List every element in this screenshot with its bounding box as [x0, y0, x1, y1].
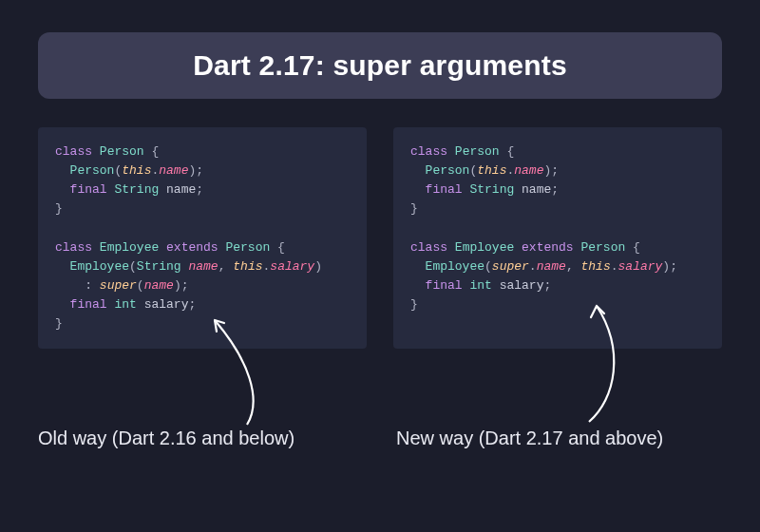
code-panel-new: class Person { Person(this.name); final …	[393, 127, 722, 349]
code-panel-old: class Person { Person(this.name); final …	[38, 127, 367, 349]
code-panels: class Person { Person(this.name); final …	[38, 127, 722, 349]
page-title: Dart 2.17: super arguments	[57, 49, 703, 82]
title-banner: Dart 2.17: super arguments	[38, 32, 722, 99]
type-person: Person	[100, 144, 144, 159]
captions-row: Old way (Dart 2.16 and below) New way (D…	[0, 428, 760, 449]
kw-class: class	[55, 144, 92, 159]
caption-old: Old way (Dart 2.16 and below)	[38, 428, 364, 449]
caption-new: New way (Dart 2.17 and above)	[390, 428, 722, 449]
